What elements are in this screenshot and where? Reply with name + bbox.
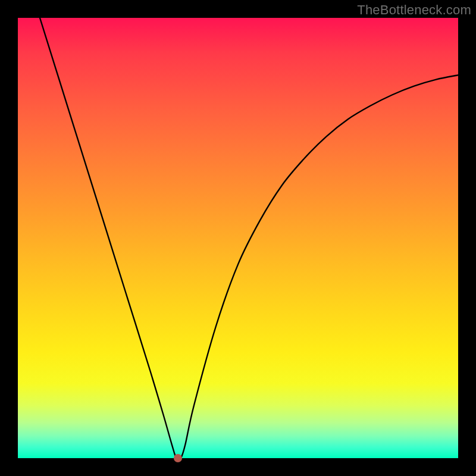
plot-area bbox=[18, 18, 458, 458]
minimum-marker bbox=[174, 454, 182, 462]
watermark-text: TheBottleneck.com bbox=[357, 2, 471, 18]
bottleneck-curve-path bbox=[40, 18, 458, 458]
curve-svg bbox=[18, 18, 458, 458]
chart-canvas: TheBottleneck.com bbox=[0, 0, 476, 476]
